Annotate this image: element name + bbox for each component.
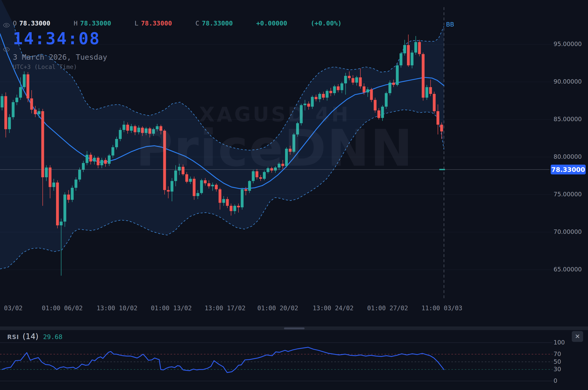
candle-body xyxy=(266,168,269,172)
candle-body xyxy=(289,149,292,152)
candle-body xyxy=(418,42,421,54)
candle-body xyxy=(281,164,284,166)
candle-body xyxy=(211,185,214,186)
candle-body xyxy=(329,91,332,93)
candle-body xyxy=(34,110,37,114)
pane-divider-handle[interactable] xyxy=(284,327,305,329)
candle-body xyxy=(326,91,328,98)
time-axis-label: 00 03/02 xyxy=(0,305,23,312)
candle-body xyxy=(370,89,373,100)
candle-body xyxy=(97,158,100,165)
clock: 14:34:08 xyxy=(13,29,344,48)
candle-body xyxy=(178,167,181,171)
rsi-axis-label: 70 xyxy=(554,351,561,357)
time-axis-label: 01:00 06/02 xyxy=(42,305,83,312)
candle-body xyxy=(185,174,188,182)
candle-body xyxy=(93,158,96,162)
high-label: H xyxy=(74,20,78,27)
candle-body xyxy=(137,128,140,132)
indicator-eye-icon[interactable] xyxy=(3,47,10,52)
candle-body xyxy=(208,183,210,186)
trading-app: { "header": { "open_label": "O", "open_v… xyxy=(0,0,588,390)
candle-body xyxy=(433,94,436,111)
candle-body xyxy=(341,83,343,90)
candle-body xyxy=(292,135,295,152)
time-axis-label: 13:00 10/02 xyxy=(97,305,138,312)
candle-body xyxy=(352,78,354,83)
candle-body xyxy=(359,77,362,86)
current-price-badge[interactable]: 78.33000 xyxy=(551,165,586,174)
candle-body xyxy=(285,149,288,166)
candle-body xyxy=(8,117,11,129)
close-label: C xyxy=(195,20,199,27)
rsi-value: 29.68 xyxy=(43,333,62,341)
bb-series-label: BB xyxy=(446,21,454,28)
candle-body xyxy=(392,83,395,85)
current-price-tick xyxy=(439,169,445,170)
candle-body xyxy=(422,54,425,98)
candle-body xyxy=(122,125,125,130)
candle-body xyxy=(318,94,321,99)
candle-body xyxy=(233,206,236,211)
candle-body xyxy=(174,171,177,181)
candle-body xyxy=(60,221,63,225)
rsi-close-button[interactable]: ✕ xyxy=(572,331,583,342)
candle-body xyxy=(219,189,221,203)
candle-body xyxy=(104,160,107,164)
rsi-axis-label: 100 xyxy=(554,339,565,346)
candle-body xyxy=(130,126,133,131)
candle-body xyxy=(148,128,151,134)
chart-header: O78.33000 H78.33000 L78.33000 C78.33000 … xyxy=(13,20,344,70)
price-axis-label: 70.00000 xyxy=(554,228,582,235)
candle-body xyxy=(226,199,229,206)
candle-body xyxy=(111,147,114,155)
candle-body xyxy=(71,188,74,200)
candle-body xyxy=(403,45,406,53)
rsi-header: RSI (14) 29.68 xyxy=(7,332,63,341)
candle-body xyxy=(86,155,88,163)
candle-body xyxy=(440,125,443,131)
candle-body xyxy=(115,139,118,147)
time-axis-label: 01:00 27/02 xyxy=(367,305,408,312)
candle-body xyxy=(274,167,277,171)
candle-body xyxy=(23,74,26,87)
candle-body xyxy=(67,194,70,200)
candle-body xyxy=(307,104,310,107)
candle-body xyxy=(374,100,377,110)
candle-body xyxy=(255,171,258,177)
candle-body xyxy=(56,183,59,225)
time-axis-label: 13:00 17/02 xyxy=(205,305,246,312)
candle-body xyxy=(304,104,306,105)
candle-body xyxy=(167,190,170,192)
low-value: 78.33000 xyxy=(141,20,172,27)
time-axis-label: 01:00 13/02 xyxy=(151,305,192,312)
candle-body xyxy=(259,177,262,179)
visibility-eye-icon[interactable] xyxy=(3,23,10,28)
candle-body xyxy=(189,179,192,182)
rsi-param: (14) xyxy=(23,332,39,341)
price-axis-label: 85.00000 xyxy=(554,116,582,122)
candle-body xyxy=(12,102,15,117)
pane-divider xyxy=(0,326,588,330)
candle-body xyxy=(100,160,103,165)
candle-body xyxy=(411,52,413,65)
candle-body xyxy=(348,76,351,78)
candle-body xyxy=(119,130,122,139)
candle-body xyxy=(414,42,417,52)
candle-body xyxy=(263,172,266,179)
candle-body xyxy=(159,126,162,131)
candle-body xyxy=(145,128,148,133)
time-axis-label: 11:00 03/03 xyxy=(422,305,462,312)
candle-body xyxy=(237,206,240,207)
change-absolute: +0.00000 xyxy=(256,20,287,27)
candle-body xyxy=(396,65,399,85)
candle-body xyxy=(248,181,251,191)
date-text: 3 March 2026, Tuesday xyxy=(13,53,344,61)
candle-body xyxy=(230,206,233,211)
rsi-title: RSI xyxy=(7,334,19,340)
candle-body xyxy=(171,181,173,192)
candle-body xyxy=(64,194,66,221)
candle-body xyxy=(363,86,366,92)
candle-body xyxy=(4,96,7,129)
candle-body xyxy=(200,180,203,193)
